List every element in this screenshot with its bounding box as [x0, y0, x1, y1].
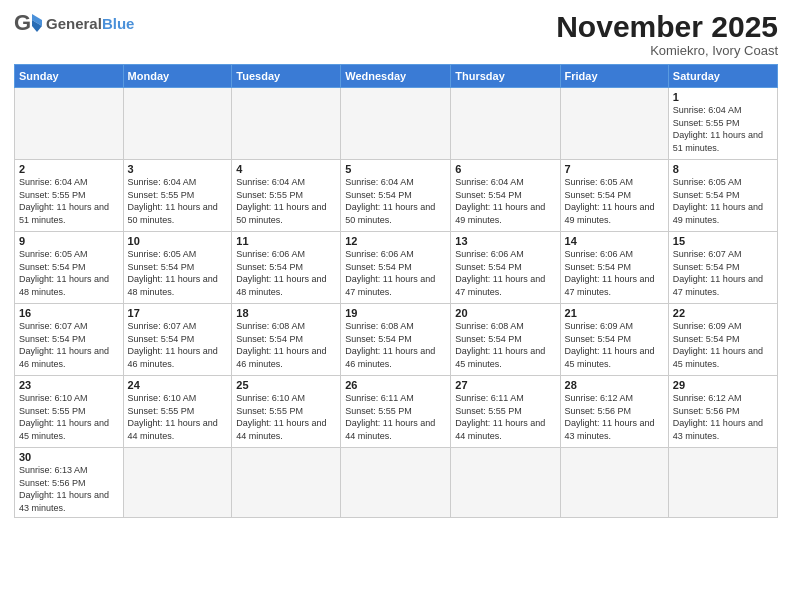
calendar-cell: [560, 88, 668, 160]
day-number: 29: [673, 379, 773, 391]
calendar-cell: [451, 88, 560, 160]
day-info: Sunrise: 6:05 AMSunset: 5:54 PMDaylight:…: [673, 176, 773, 226]
day-info: Sunrise: 6:10 AMSunset: 5:55 PMDaylight:…: [128, 392, 228, 442]
day-number: 18: [236, 307, 336, 319]
col-thursday: Thursday: [451, 65, 560, 88]
day-info: Sunrise: 6:10 AMSunset: 5:55 PMDaylight:…: [236, 392, 336, 442]
day-number: 27: [455, 379, 555, 391]
day-number: 1: [673, 91, 773, 103]
day-number: 25: [236, 379, 336, 391]
calendar-cell: 3Sunrise: 6:04 AMSunset: 5:55 PMDaylight…: [123, 160, 232, 232]
day-number: 21: [565, 307, 664, 319]
calendar-cell: [341, 88, 451, 160]
calendar-cell: 21Sunrise: 6:09 AMSunset: 5:54 PMDayligh…: [560, 304, 668, 376]
day-number: 11: [236, 235, 336, 247]
calendar-cell: 10Sunrise: 6:05 AMSunset: 5:54 PMDayligh…: [123, 232, 232, 304]
calendar-cell: [341, 448, 451, 518]
day-number: 3: [128, 163, 228, 175]
day-number: 24: [128, 379, 228, 391]
calendar-cell: 17Sunrise: 6:07 AMSunset: 5:54 PMDayligh…: [123, 304, 232, 376]
day-info: Sunrise: 6:06 AMSunset: 5:54 PMDaylight:…: [455, 248, 555, 298]
day-number: 8: [673, 163, 773, 175]
day-info: Sunrise: 6:05 AMSunset: 5:54 PMDaylight:…: [565, 176, 664, 226]
day-info: Sunrise: 6:11 AMSunset: 5:55 PMDaylight:…: [345, 392, 446, 442]
day-info: Sunrise: 6:13 AMSunset: 5:56 PMDaylight:…: [19, 464, 119, 514]
calendar-cell: 1Sunrise: 6:04 AMSunset: 5:55 PMDaylight…: [668, 88, 777, 160]
day-number: 26: [345, 379, 446, 391]
day-number: 23: [19, 379, 119, 391]
calendar-cell: 19Sunrise: 6:08 AMSunset: 5:54 PMDayligh…: [341, 304, 451, 376]
day-info: Sunrise: 6:10 AMSunset: 5:55 PMDaylight:…: [19, 392, 119, 442]
day-number: 10: [128, 235, 228, 247]
day-number: 20: [455, 307, 555, 319]
day-info: Sunrise: 6:11 AMSunset: 5:55 PMDaylight:…: [455, 392, 555, 442]
day-info: Sunrise: 6:08 AMSunset: 5:54 PMDaylight:…: [236, 320, 336, 370]
day-number: 5: [345, 163, 446, 175]
day-number: 15: [673, 235, 773, 247]
calendar-cell: 9Sunrise: 6:05 AMSunset: 5:54 PMDaylight…: [15, 232, 124, 304]
calendar-cell: [123, 88, 232, 160]
calendar-cell: [123, 448, 232, 518]
day-info: Sunrise: 6:07 AMSunset: 5:54 PMDaylight:…: [19, 320, 119, 370]
col-tuesday: Tuesday: [232, 65, 341, 88]
calendar-cell: 23Sunrise: 6:10 AMSunset: 5:55 PMDayligh…: [15, 376, 124, 448]
col-sunday: Sunday: [15, 65, 124, 88]
month-title: November 2025: [556, 10, 778, 43]
day-number: 17: [128, 307, 228, 319]
day-info: Sunrise: 6:06 AMSunset: 5:54 PMDaylight:…: [236, 248, 336, 298]
day-info: Sunrise: 6:09 AMSunset: 5:54 PMDaylight:…: [673, 320, 773, 370]
logo-text: GeneralBlue: [46, 16, 134, 33]
calendar-cell: 7Sunrise: 6:05 AMSunset: 5:54 PMDaylight…: [560, 160, 668, 232]
calendar-cell: 18Sunrise: 6:08 AMSunset: 5:54 PMDayligh…: [232, 304, 341, 376]
calendar-cell: 20Sunrise: 6:08 AMSunset: 5:54 PMDayligh…: [451, 304, 560, 376]
day-number: 13: [455, 235, 555, 247]
day-info: Sunrise: 6:06 AMSunset: 5:54 PMDaylight:…: [565, 248, 664, 298]
day-info: Sunrise: 6:07 AMSunset: 5:54 PMDaylight:…: [673, 248, 773, 298]
calendar-header-row: Sunday Monday Tuesday Wednesday Thursday…: [15, 65, 778, 88]
page: G GeneralBlue November 2025 Komiekro, Iv…: [0, 0, 792, 612]
calendar-cell: 26Sunrise: 6:11 AMSunset: 5:55 PMDayligh…: [341, 376, 451, 448]
day-info: Sunrise: 6:05 AMSunset: 5:54 PMDaylight:…: [128, 248, 228, 298]
calendar-cell: 29Sunrise: 6:12 AMSunset: 5:56 PMDayligh…: [668, 376, 777, 448]
logo: G GeneralBlue: [14, 10, 134, 38]
calendar-cell: 11Sunrise: 6:06 AMSunset: 5:54 PMDayligh…: [232, 232, 341, 304]
day-number: 9: [19, 235, 119, 247]
svg-text:G: G: [14, 10, 31, 35]
location-subtitle: Komiekro, Ivory Coast: [556, 43, 778, 58]
day-number: 6: [455, 163, 555, 175]
calendar-cell: [668, 448, 777, 518]
calendar-cell: 16Sunrise: 6:07 AMSunset: 5:54 PMDayligh…: [15, 304, 124, 376]
col-wednesday: Wednesday: [341, 65, 451, 88]
calendar-cell: [232, 88, 341, 160]
day-info: Sunrise: 6:04 AMSunset: 5:55 PMDaylight:…: [236, 176, 336, 226]
calendar-cell: 15Sunrise: 6:07 AMSunset: 5:54 PMDayligh…: [668, 232, 777, 304]
day-info: Sunrise: 6:12 AMSunset: 5:56 PMDaylight:…: [565, 392, 664, 442]
day-info: Sunrise: 6:04 AMSunset: 5:54 PMDaylight:…: [455, 176, 555, 226]
col-friday: Friday: [560, 65, 668, 88]
day-info: Sunrise: 6:07 AMSunset: 5:54 PMDaylight:…: [128, 320, 228, 370]
calendar-cell: 14Sunrise: 6:06 AMSunset: 5:54 PMDayligh…: [560, 232, 668, 304]
day-info: Sunrise: 6:04 AMSunset: 5:55 PMDaylight:…: [673, 104, 773, 154]
calendar-cell: 28Sunrise: 6:12 AMSunset: 5:56 PMDayligh…: [560, 376, 668, 448]
calendar-cell: 4Sunrise: 6:04 AMSunset: 5:55 PMDaylight…: [232, 160, 341, 232]
calendar-cell: 2Sunrise: 6:04 AMSunset: 5:55 PMDaylight…: [15, 160, 124, 232]
day-number: 7: [565, 163, 664, 175]
day-number: 30: [19, 451, 119, 463]
day-number: 2: [19, 163, 119, 175]
calendar-cell: 24Sunrise: 6:10 AMSunset: 5:55 PMDayligh…: [123, 376, 232, 448]
col-saturday: Saturday: [668, 65, 777, 88]
calendar-table: Sunday Monday Tuesday Wednesday Thursday…: [14, 64, 778, 518]
calendar-cell: 30Sunrise: 6:13 AMSunset: 5:56 PMDayligh…: [15, 448, 124, 518]
col-monday: Monday: [123, 65, 232, 88]
calendar-cell: 6Sunrise: 6:04 AMSunset: 5:54 PMDaylight…: [451, 160, 560, 232]
calendar-cell: 27Sunrise: 6:11 AMSunset: 5:55 PMDayligh…: [451, 376, 560, 448]
calendar-cell: 5Sunrise: 6:04 AMSunset: 5:54 PMDaylight…: [341, 160, 451, 232]
calendar-cell: 25Sunrise: 6:10 AMSunset: 5:55 PMDayligh…: [232, 376, 341, 448]
calendar-cell: [232, 448, 341, 518]
day-number: 22: [673, 307, 773, 319]
day-info: Sunrise: 6:08 AMSunset: 5:54 PMDaylight:…: [455, 320, 555, 370]
calendar-cell: [560, 448, 668, 518]
calendar-cell: 12Sunrise: 6:06 AMSunset: 5:54 PMDayligh…: [341, 232, 451, 304]
day-number: 28: [565, 379, 664, 391]
day-number: 14: [565, 235, 664, 247]
